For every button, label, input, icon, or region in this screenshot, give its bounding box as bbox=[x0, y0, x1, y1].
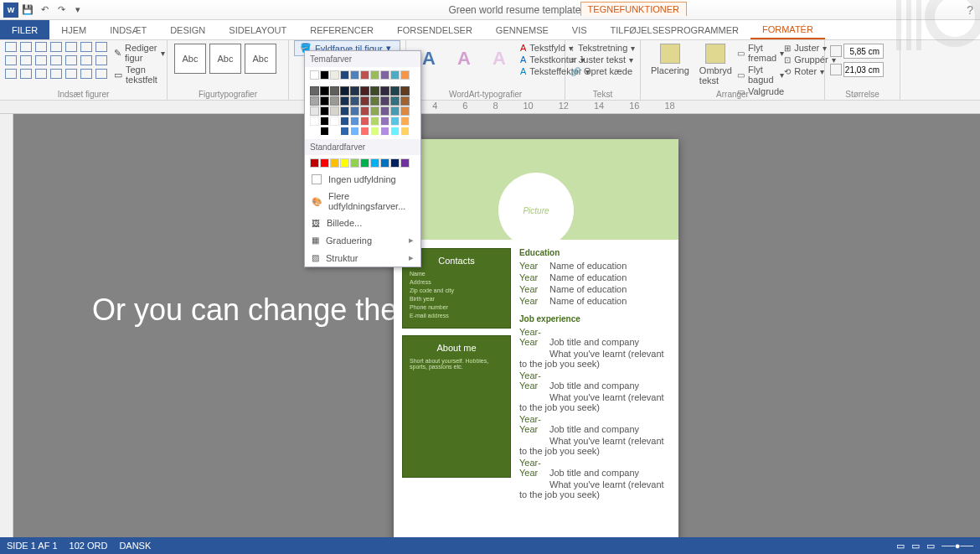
color-swatch[interactable] bbox=[350, 127, 359, 136]
gradient-button[interactable]: ▦ Graduering▸ bbox=[305, 231, 420, 249]
help-icon[interactable]: ? bbox=[967, 3, 973, 17]
color-swatch[interactable] bbox=[340, 127, 349, 136]
color-swatch[interactable] bbox=[310, 70, 319, 80]
color-swatch[interactable] bbox=[380, 70, 389, 80]
color-swatch[interactable] bbox=[360, 96, 369, 106]
document-page[interactable]: Picture Contacts Name Address Zip code a… bbox=[394, 139, 678, 550]
align-text-button[interactable]: ≡ Juster tekst ▾ bbox=[570, 54, 635, 65]
color-swatch[interactable] bbox=[390, 86, 400, 96]
color-swatch[interactable] bbox=[400, 96, 410, 106]
color-swatch[interactable] bbox=[350, 158, 359, 168]
height-input[interactable] bbox=[843, 44, 884, 59]
tab-insert[interactable]: INDSÆT bbox=[98, 20, 158, 39]
color-swatch[interactable] bbox=[380, 116, 389, 126]
tab-home[interactable]: HJEM bbox=[49, 20, 98, 39]
color-swatch[interactable] bbox=[390, 70, 400, 80]
color-swatch[interactable] bbox=[390, 158, 400, 168]
color-swatch[interactable] bbox=[370, 86, 379, 96]
color-swatch[interactable] bbox=[380, 127, 389, 136]
color-swatch[interactable] bbox=[390, 106, 400, 116]
color-swatch[interactable] bbox=[310, 116, 319, 126]
color-swatch[interactable] bbox=[340, 96, 349, 106]
picture-placeholder[interactable]: Picture bbox=[498, 173, 574, 248]
redo-icon[interactable]: ↷ bbox=[54, 3, 69, 18]
color-swatch[interactable] bbox=[330, 106, 339, 116]
color-swatch[interactable] bbox=[310, 86, 319, 96]
save-icon[interactable]: 💾 bbox=[20, 3, 35, 18]
color-swatch[interactable] bbox=[330, 127, 339, 136]
color-swatch[interactable] bbox=[400, 70, 410, 80]
color-swatch[interactable] bbox=[390, 127, 400, 136]
color-swatch[interactable] bbox=[340, 116, 349, 126]
picture-fill-button[interactable]: 🖼 Billede... bbox=[305, 215, 420, 231]
color-swatch[interactable] bbox=[310, 96, 319, 106]
color-swatch[interactable] bbox=[320, 158, 329, 168]
color-swatch[interactable] bbox=[360, 116, 369, 126]
undo-icon[interactable]: ↶ bbox=[37, 3, 52, 18]
view-print-icon[interactable]: ▭ bbox=[911, 541, 920, 551]
color-swatch[interactable] bbox=[350, 86, 359, 96]
color-swatch[interactable] bbox=[330, 158, 339, 168]
color-swatch[interactable] bbox=[320, 86, 329, 96]
shape-style[interactable]: Abc bbox=[245, 44, 276, 74]
color-swatch[interactable] bbox=[330, 86, 339, 96]
view-read-icon[interactable]: ▭ bbox=[896, 541, 905, 551]
color-swatch[interactable] bbox=[340, 158, 349, 168]
color-swatch[interactable] bbox=[350, 116, 359, 126]
color-swatch[interactable] bbox=[380, 158, 389, 168]
about-box[interactable]: About me Short about yourself. Hobbies, … bbox=[402, 335, 511, 478]
color-swatch[interactable] bbox=[320, 70, 329, 80]
color-swatch[interactable] bbox=[370, 116, 379, 126]
tab-review[interactable]: GENNEMSE bbox=[484, 20, 560, 39]
text-direction-button[interactable]: ↕ Tekstretning ▾ bbox=[570, 42, 635, 54]
color-swatch[interactable] bbox=[380, 96, 389, 106]
color-swatch[interactable] bbox=[400, 86, 410, 96]
color-swatch[interactable] bbox=[370, 106, 379, 116]
color-swatch[interactable] bbox=[330, 70, 339, 80]
color-swatch[interactable] bbox=[370, 127, 379, 136]
color-swatch[interactable] bbox=[370, 96, 379, 106]
qat-more-icon[interactable]: ▾ bbox=[70, 3, 85, 18]
edit-shape-button[interactable]: ✎Rediger figur ▾ bbox=[114, 42, 165, 64]
color-swatch[interactable] bbox=[350, 70, 359, 80]
color-swatch[interactable] bbox=[340, 106, 349, 116]
color-swatch[interactable] bbox=[320, 106, 329, 116]
color-swatch[interactable] bbox=[320, 116, 329, 126]
width-input[interactable] bbox=[843, 62, 884, 77]
color-swatch[interactable] bbox=[320, 96, 329, 106]
tab-design[interactable]: DESIGN bbox=[158, 20, 217, 39]
color-swatch[interactable] bbox=[390, 116, 400, 126]
tab-references[interactable]: REFERENCER bbox=[298, 20, 385, 39]
more-colors-button[interactable]: 🎨 Flere udfyldningsfarver... bbox=[305, 188, 420, 215]
color-swatch[interactable] bbox=[310, 158, 319, 168]
shape-style[interactable]: Abc bbox=[209, 44, 241, 74]
color-swatch[interactable] bbox=[400, 106, 410, 116]
tab-view[interactable]: VIS bbox=[560, 20, 599, 39]
color-swatch[interactable] bbox=[330, 96, 339, 106]
draw-textbox-button[interactable]: ▭Tegn tekstfelt bbox=[114, 64, 165, 85]
color-swatch[interactable] bbox=[360, 106, 369, 116]
color-swatch[interactable] bbox=[380, 86, 389, 96]
color-swatch[interactable] bbox=[340, 70, 349, 80]
color-swatch[interactable] bbox=[360, 127, 369, 136]
color-swatch[interactable] bbox=[360, 86, 369, 96]
language[interactable]: DANSK bbox=[119, 541, 151, 551]
tab-mailings[interactable]: FORSENDELSER bbox=[385, 20, 484, 39]
color-swatch[interactable] bbox=[380, 106, 389, 116]
view-web-icon[interactable]: ▭ bbox=[926, 541, 935, 551]
color-swatch[interactable] bbox=[310, 127, 319, 136]
color-swatch[interactable] bbox=[360, 158, 369, 168]
color-swatch[interactable] bbox=[350, 96, 359, 106]
texture-button[interactable]: ▨ Struktur▸ bbox=[305, 249, 420, 267]
word-count[interactable]: 102 ORD bbox=[70, 541, 108, 551]
tab-file[interactable]: FILER bbox=[0, 20, 49, 39]
no-fill-button[interactable]: Ingen udfyldning bbox=[305, 171, 420, 188]
color-swatch[interactable] bbox=[310, 106, 319, 116]
shapes-gallery[interactable] bbox=[5, 42, 109, 85]
color-swatch[interactable] bbox=[350, 106, 359, 116]
page-count[interactable]: SIDE 1 AF 1 bbox=[7, 541, 58, 551]
color-swatch[interactable] bbox=[320, 127, 329, 136]
color-swatch[interactable] bbox=[330, 116, 339, 126]
color-swatch[interactable] bbox=[400, 127, 410, 136]
bring-forward-button[interactable]: ▭ Flyt fremad ▾ bbox=[737, 42, 784, 64]
